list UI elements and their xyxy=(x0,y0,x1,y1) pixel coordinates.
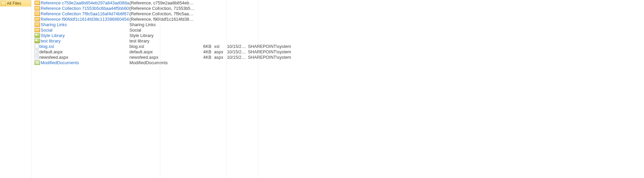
document-list-icon xyxy=(35,60,40,65)
cell-name: default.aspx xyxy=(32,49,129,54)
cell-modified-by: SHAREPOINT\system xyxy=(246,55,316,60)
file-row[interactable]: ModifiedDocumentsModifiedDocuments xyxy=(32,60,644,65)
cell-name: Style Library xyxy=(32,33,129,38)
folder-icon xyxy=(35,28,40,32)
file-row[interactable]: test librarytest library xyxy=(32,38,644,43)
cell-modified-by: SHAREPOINT\system xyxy=(246,44,316,49)
app-root: All Files Reference c759e2aa8b854eb297a8… xyxy=(0,0,644,178)
folder-icon xyxy=(35,1,40,5)
folder-icon xyxy=(35,17,40,21)
file-name[interactable]: Reference f90fddf1c1614fd38c113396860454… xyxy=(41,17,129,22)
cell-name: ModifiedDocuments xyxy=(32,60,129,65)
cell-modified: 10/15/20… xyxy=(226,49,246,54)
file-name[interactable]: newsfeed.aspx xyxy=(39,55,68,60)
cell-name: Reference f90fddf1c1614fd38c113396860454… xyxy=(32,17,129,22)
cell-name: test library xyxy=(32,38,129,43)
file-name[interactable]: default.aspx xyxy=(39,49,63,54)
file-name[interactable]: Reference Collection 71553b5c6baa44f5bb6… xyxy=(41,6,129,11)
cell-size: 6KB xyxy=(195,44,213,49)
cell-title: Sharing Links xyxy=(129,22,195,27)
library-icon xyxy=(35,33,40,38)
file-name[interactable]: Social xyxy=(41,28,53,33)
file-name[interactable]: Reference c759e2aa8b854eb297a843ad088ae0… xyxy=(41,0,129,5)
file-name[interactable]: Sharing Links xyxy=(41,22,67,27)
cell-title: test library xyxy=(129,38,195,43)
file-name[interactable]: test library xyxy=(41,38,61,43)
file-row[interactable]: SocialSocial xyxy=(32,27,644,33)
library-icon xyxy=(35,39,40,43)
cell-modified: 10/15/20… xyxy=(226,44,246,49)
file-row[interactable]: Sharing LinksSharing Links xyxy=(32,22,644,27)
cell-name: Sharing Links xyxy=(32,22,129,27)
file-name[interactable]: Style Library xyxy=(41,33,65,38)
cell-type: aspx xyxy=(213,49,226,54)
cell-name: blog.xsl xyxy=(32,44,129,49)
cell-name: Reference Collection 7f9c5aa116af4d74b6f… xyxy=(32,11,129,16)
file-row[interactable]: Reference Collection 71553b5c6baa44f5bb6… xyxy=(32,5,644,11)
cell-size: 4KB xyxy=(195,49,213,54)
cell-modified: 10/15/20… xyxy=(226,55,246,60)
file-row[interactable]: Style LibraryStyle Library xyxy=(32,33,644,38)
cell-type: xsl xyxy=(213,44,226,49)
cell-modified-by: SHAREPOINT\system xyxy=(246,49,316,54)
aspx-file-icon xyxy=(35,49,39,54)
sidebar: All Files xyxy=(0,0,32,178)
cell-title: ModifiedDocuments xyxy=(129,60,195,65)
cell-size: 4KB xyxy=(195,55,213,60)
file-name[interactable]: Reference Collection 7f9c5aa116af4d74b6f… xyxy=(41,11,129,16)
cell-name: newsfeed.aspx xyxy=(32,55,129,60)
file-row[interactable]: Reference f90fddf1c1614fd38c113396860454… xyxy=(32,16,644,22)
aspx-file-icon xyxy=(35,55,39,59)
column-divider xyxy=(258,0,258,178)
cell-title: newsfeed.aspx xyxy=(129,55,195,60)
cell-name: Social xyxy=(32,28,129,33)
folder-icon xyxy=(35,6,40,11)
file-row[interactable]: Reference Collection 7f9c5aa116af4d74b6f… xyxy=(32,11,644,16)
file-list: Reference c759e2aa8b854eb297a843ad088ae0… xyxy=(32,0,644,178)
cell-title: blog.xsl xyxy=(129,44,195,49)
cell-title: (Reference Collection, 7f9c5aa11… xyxy=(129,11,195,16)
file-row[interactable]: newsfeed.aspxnewsfeed.aspx4KBaspx10/15/2… xyxy=(32,54,644,60)
file-row[interactable]: Reference c759e2aa8b854eb297a843ad088ae0… xyxy=(32,0,644,5)
cell-title: default.aspx xyxy=(129,49,195,54)
folder-icon xyxy=(35,22,40,27)
cell-title: (Reference Collection, 71553b5c6… xyxy=(129,6,195,11)
file-name[interactable]: blog.xsl xyxy=(39,44,54,49)
file-row[interactable]: blog.xslblog.xsl6KBxsl10/15/20…SHAREPOIN… xyxy=(32,43,644,49)
file-row[interactable]: default.aspxdefault.aspx4KBaspx10/15/20…… xyxy=(32,49,644,54)
xsl-file-icon xyxy=(35,44,39,49)
cell-name: Reference c759e2aa8b854eb297a843ad088ae0… xyxy=(32,0,129,5)
column-divider xyxy=(160,0,160,178)
cell-title: (Reference, f90fddf1c1614fd38c1… xyxy=(129,17,195,22)
cell-type: aspx xyxy=(213,55,226,60)
cell-title: Style Library xyxy=(129,33,195,38)
folder-icon xyxy=(1,1,6,6)
cell-title: Social xyxy=(129,28,195,33)
tree-item-label: All Files xyxy=(7,1,21,6)
column-divider xyxy=(226,0,227,178)
cell-name: Reference Collection 71553b5c6baa44f5bb6… xyxy=(32,6,129,11)
folder-icon xyxy=(35,12,40,16)
file-name[interactable]: ModifiedDocuments xyxy=(41,60,79,65)
tree-item-all-files[interactable]: All Files xyxy=(0,0,31,6)
cell-title: (Reference, c759e2aa8b854eb297… xyxy=(129,0,195,5)
